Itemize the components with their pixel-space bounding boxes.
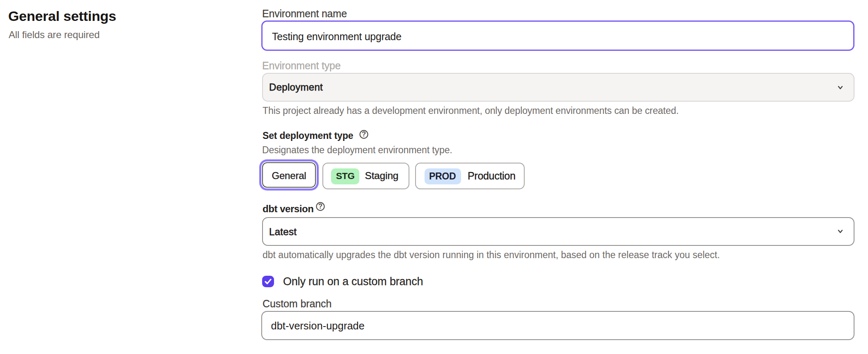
- svg-text:?: ?: [361, 130, 365, 138]
- svg-text:?: ?: [318, 202, 322, 210]
